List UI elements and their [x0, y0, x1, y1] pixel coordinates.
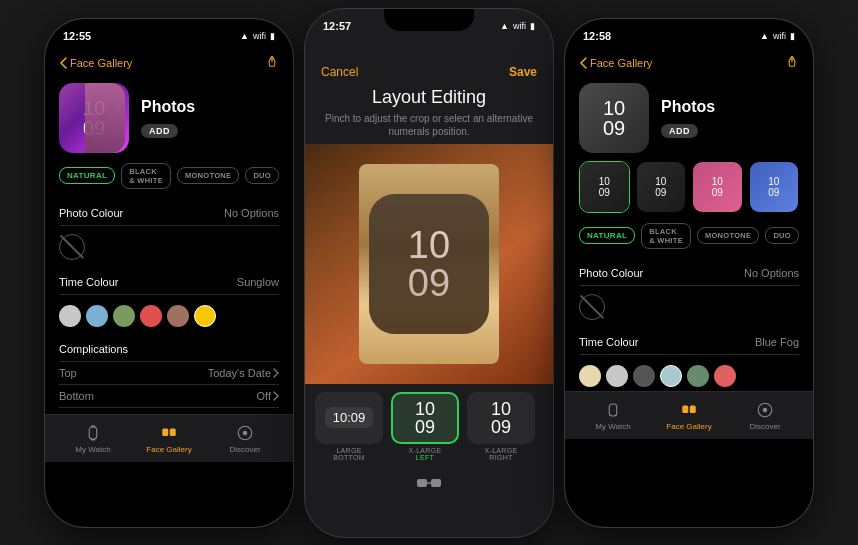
cancel-button-middle[interactable]: Cancel: [321, 65, 358, 79]
tab-discover-icon-right: [755, 400, 775, 420]
style-pills-left: NATURAL BLACK& WHITE MONOTONE DUO: [45, 157, 293, 195]
swatch-5-left[interactable]: [194, 305, 216, 327]
pill-duo-left[interactable]: DUO: [245, 167, 279, 184]
swatch-1-left[interactable]: [86, 305, 108, 327]
no-options-icon-right: [579, 294, 605, 320]
tab-discover-label-right: Discover: [749, 422, 780, 431]
settings-section-left: Photo Colour No Options: [45, 195, 293, 232]
tab-facegallery-icon-left: [159, 423, 179, 443]
svg-point-15: [763, 407, 768, 412]
pill-natural-left[interactable]: NATURAL: [59, 167, 115, 184]
svg-rect-3: [91, 439, 96, 441]
style-pills-right: NATURAL BLACK& WHITE MONOTONE DUO: [565, 217, 813, 255]
time-colour-label-left: Time Colour: [59, 276, 119, 288]
pill-bw-left[interactable]: BLACK& WHITE: [121, 163, 171, 189]
watch-preview-left: 10 09 Photos ADD: [45, 79, 293, 157]
bottom-complication-row[interactable]: Bottom Off: [59, 385, 279, 408]
wifi-icon-middle: wifi: [513, 21, 526, 31]
tab-mywatch-icon-left: [83, 423, 103, 443]
pill-natural-right[interactable]: NATURAL: [579, 227, 635, 244]
layout-title-area: Layout Editing Pinch to adjust the crop …: [305, 85, 553, 144]
phone-notch-middle: [384, 9, 474, 31]
status-icons-middle: ▲ wifi ▮: [500, 21, 535, 31]
top-complication-row[interactable]: Top Today's Date: [59, 362, 279, 385]
signal-icon-right: ▲: [760, 31, 769, 41]
swatch-2-left[interactable]: [113, 305, 135, 327]
top-value: Today's Date: [208, 367, 279, 379]
watch-title-left: Photos: [141, 98, 279, 116]
status-icons-left: ▲ wifi ▮: [240, 31, 275, 41]
swatch-3-left[interactable]: [140, 305, 162, 327]
signal-icon-middle: ▲: [500, 21, 509, 31]
swatch-5-right[interactable]: [714, 365, 736, 387]
swatch-3-right[interactable]: [660, 365, 682, 387]
time-colour-row-right: Time Colour Blue Fog: [579, 330, 799, 355]
watch-thumb-left: 10 09: [59, 83, 129, 153]
pill-bw-right[interactable]: BLACK& WHITE: [641, 223, 691, 249]
tab-mywatch-label-left: My Watch: [75, 445, 110, 454]
add-button-left[interactable]: ADD: [141, 124, 178, 138]
share-button-left[interactable]: [265, 55, 279, 71]
tab-mywatch-icon-right: [603, 400, 623, 420]
back-button-right[interactable]: Face Gallery: [579, 57, 652, 69]
tab-discover-left[interactable]: Discover: [207, 423, 283, 454]
layout-option-face-1: 10:09: [315, 392, 383, 444]
swatch-1-right[interactable]: [606, 365, 628, 387]
tab-discover-right[interactable]: Discover: [727, 400, 803, 431]
battery-icon-middle: ▮: [530, 21, 535, 31]
tab-facegallery-right[interactable]: Face Gallery: [651, 400, 727, 431]
watch-info-left: Photos ADD: [141, 98, 279, 138]
nav-bar-left: Face Gallery: [45, 47, 293, 79]
layout-option-xlarge-right[interactable]: 10 09 X-LARGE RIGHT: [467, 392, 535, 461]
phone-notch: [124, 19, 214, 41]
add-button-right[interactable]: ADD: [661, 124, 698, 138]
layout-option-face-3: 10 09: [467, 392, 535, 444]
save-button-middle[interactable]: Save: [509, 65, 537, 79]
svg-rect-11: [609, 404, 617, 416]
svg-rect-9: [431, 479, 441, 487]
complications-label-row: Complications: [59, 337, 279, 362]
swatch-4-right[interactable]: [687, 365, 709, 387]
time-colour-value-left: Sunglow: [237, 276, 279, 288]
layout-option-large-bottom[interactable]: 10:09 LARGE BOTTOM: [315, 392, 383, 461]
complications-section-left: Complications Top Today's Date Bottom Of…: [45, 331, 293, 414]
pill-mono-right[interactable]: MONOTONE: [697, 227, 759, 244]
phone-left: 12:55 ▲ wifi ▮ Face Gallery: [44, 18, 294, 528]
svg-rect-12: [682, 405, 688, 413]
layout-bottom-icon: [305, 469, 553, 497]
phone-notch-right: [644, 19, 734, 41]
face-thumb-duo[interactable]: 1009: [749, 161, 800, 213]
swatch-4-left[interactable]: [167, 305, 189, 327]
status-time-left: 12:55: [63, 30, 91, 42]
battery-icon-right: ▮: [790, 31, 795, 41]
layout-subtitle: Pinch to adjust the crop or select an al…: [325, 112, 533, 138]
tab-discover-icon-left: [235, 423, 255, 443]
face-thumb-bw[interactable]: 1009: [636, 161, 687, 213]
settings-section-right: Photo Colour No Options: [565, 255, 813, 292]
face-thumb-mono[interactable]: 1009: [692, 161, 743, 213]
layout-option-xlarge-left[interactable]: 10 09 X-LARGE LEFT: [391, 392, 459, 461]
layout-watch-preview: 10 09: [305, 144, 553, 384]
tab-bar-right: My Watch Face Gallery: [565, 391, 813, 439]
watch-thumb-bg-left: 10 09: [59, 83, 129, 153]
tab-mywatch-left[interactable]: My Watch: [55, 423, 131, 454]
pill-duo-right[interactable]: DUO: [765, 227, 799, 244]
swatch-0-left[interactable]: [59, 305, 81, 327]
tab-mywatch-right[interactable]: My Watch: [575, 400, 651, 431]
layout-option-label-3: X-LARGE RIGHT: [485, 447, 518, 461]
share-button-right[interactable]: [785, 55, 799, 71]
pill-mono-left[interactable]: MONOTONE: [177, 167, 239, 184]
face-thumb-natural[interactable]: 1009: [579, 161, 630, 213]
swatch-2-right[interactable]: [633, 365, 655, 387]
tab-facegallery-left[interactable]: Face Gallery: [131, 423, 207, 454]
svg-rect-5: [170, 428, 176, 436]
swatch-0-right[interactable]: [579, 365, 601, 387]
layout-option-label-2: X-LARGE LEFT: [409, 447, 442, 461]
phone-screen-right: 12:58 ▲ wifi ▮ Face Gallery: [565, 19, 813, 527]
svg-rect-4: [162, 428, 168, 436]
face-thumb-inner-duo: 1009: [750, 162, 799, 212]
complications-label: Complications: [59, 343, 128, 355]
battery-icon: ▮: [270, 31, 275, 41]
watch-title-right: Photos: [661, 98, 799, 116]
back-button-left[interactable]: Face Gallery: [59, 57, 132, 69]
